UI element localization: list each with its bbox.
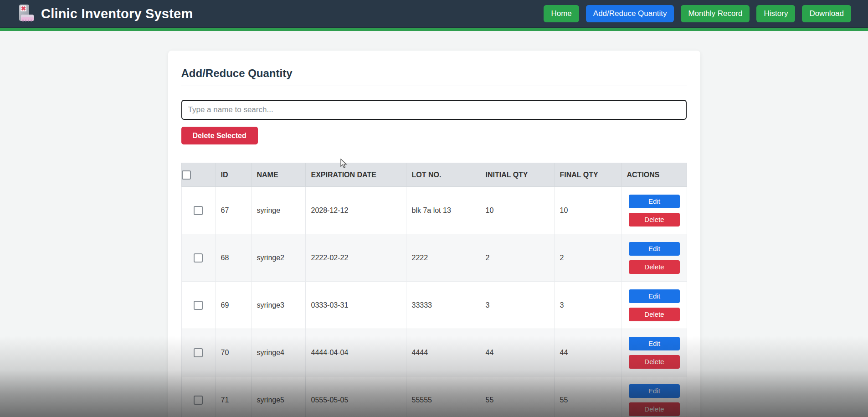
cell-expiration-date: 0333-03-31 bbox=[305, 282, 406, 329]
cell-actions: Edit Delete bbox=[621, 234, 687, 282]
navbar-accent-bar bbox=[0, 28, 868, 31]
cell-actions: Edit Delete bbox=[621, 376, 687, 417]
table-row: 68 syringe2 2222-02-22 2222 2 2 Edit Del… bbox=[181, 234, 687, 282]
nav-button-add-reduce-quantity[interactable]: Add/Reduce Quantity bbox=[586, 5, 674, 22]
row-checkbox-cell bbox=[181, 376, 215, 417]
nav-button-history[interactable]: History bbox=[756, 5, 795, 22]
row-checkbox-cell bbox=[181, 234, 215, 282]
cell-expiration-date: 4444-04-04 bbox=[305, 329, 406, 376]
actions-stack: Edit Delete bbox=[627, 289, 687, 321]
cell-expiration-date: 0555-05-05 bbox=[305, 376, 406, 417]
cell-final-qty: 44 bbox=[554, 329, 621, 376]
cell-name: syringe5 bbox=[251, 376, 305, 417]
row-checkbox[interactable] bbox=[194, 396, 203, 405]
table-header: ID NAME EXPIRATION DATE LOT NO. INITIAL … bbox=[181, 163, 687, 187]
cell-final-qty: 55 bbox=[554, 376, 621, 417]
delete-button[interactable]: Delete bbox=[629, 213, 680, 227]
delete-button[interactable]: Delete bbox=[629, 355, 680, 369]
nav-button-home[interactable]: Home bbox=[544, 5, 579, 22]
row-checkbox[interactable] bbox=[194, 253, 203, 263]
cell-name: syringe3 bbox=[251, 282, 305, 329]
cell-lot-no: 2222 bbox=[406, 234, 480, 282]
cell-actions: Edit Delete bbox=[621, 329, 687, 376]
row-checkbox-cell bbox=[181, 329, 215, 376]
cell-initial-qty: 2 bbox=[480, 234, 554, 282]
cell-initial-qty: 44 bbox=[480, 329, 554, 376]
cell-expiration-date: 2028-12-12 bbox=[305, 187, 406, 234]
cell-id: 70 bbox=[215, 329, 251, 376]
column-header-name: NAME bbox=[251, 163, 305, 187]
cell-name: syringe bbox=[251, 187, 305, 234]
column-header-final-qty: FINAL QTY bbox=[554, 163, 621, 187]
delete-button[interactable]: Delete bbox=[629, 308, 680, 321]
cell-final-qty: 2 bbox=[554, 234, 621, 282]
table-row: 71 syringe5 0555-05-05 55555 55 55 Edit … bbox=[181, 376, 687, 417]
row-checkbox[interactable] bbox=[194, 301, 203, 310]
cell-initial-qty: 10 bbox=[480, 187, 554, 234]
column-header-initial-qty: INITIAL QTY bbox=[480, 163, 554, 187]
edit-button[interactable]: Edit bbox=[629, 384, 680, 398]
cell-id: 67 bbox=[215, 187, 251, 234]
cell-lot-no: 33333 bbox=[406, 282, 480, 329]
cell-name: syringe2 bbox=[251, 234, 305, 282]
nav-links: Home Add/Reduce Quantity Monthly Record … bbox=[537, 5, 851, 22]
cell-lot-no: 4444 bbox=[406, 329, 480, 376]
delete-selected-button[interactable]: Delete Selected bbox=[181, 127, 258, 144]
column-header-lot-no: LOT NO. bbox=[406, 163, 480, 187]
cell-id: 71 bbox=[215, 376, 251, 417]
cell-id: 69 bbox=[215, 282, 251, 329]
nav-button-monthly-record[interactable]: Monthly Record bbox=[681, 5, 750, 22]
select-all-checkbox[interactable] bbox=[182, 170, 191, 180]
title-divider bbox=[181, 86, 687, 86]
cell-initial-qty: 55 bbox=[480, 376, 554, 417]
cell-actions: Edit Delete bbox=[621, 282, 687, 329]
edit-button[interactable]: Edit bbox=[629, 242, 680, 256]
cell-id: 68 bbox=[215, 234, 251, 282]
brand: Clinic Inventory System bbox=[17, 4, 193, 24]
cell-actions: Edit Delete bbox=[621, 187, 687, 234]
inventory-table: ID NAME EXPIRATION DATE LOT NO. INITIAL … bbox=[181, 163, 687, 417]
edit-button[interactable]: Edit bbox=[629, 195, 680, 208]
cell-initial-qty: 3 bbox=[480, 282, 554, 329]
cell-final-qty: 3 bbox=[554, 282, 621, 329]
table-body: 67 syringe 2028-12-12 blk 7a lot 13 10 1… bbox=[181, 187, 687, 417]
content-card: Add/Reduce Quantity Delete Selected ID N… bbox=[168, 51, 700, 417]
cell-final-qty: 10 bbox=[554, 187, 621, 234]
navbar: Clinic Inventory System Home Add/Reduce … bbox=[0, 0, 868, 28]
column-header-id: ID bbox=[215, 163, 251, 187]
actions-stack: Edit Delete bbox=[627, 337, 687, 369]
delete-button[interactable]: Delete bbox=[629, 402, 680, 416]
actions-stack: Edit Delete bbox=[627, 384, 687, 416]
table-row: 69 syringe3 0333-03-31 33333 3 3 Edit De… bbox=[181, 282, 687, 329]
search-input[interactable] bbox=[181, 100, 687, 120]
cell-lot-no: blk 7a lot 13 bbox=[406, 187, 480, 234]
nav-button-download[interactable]: Download bbox=[802, 5, 851, 22]
actions-stack: Edit Delete bbox=[627, 242, 687, 274]
cell-lot-no: 55555 bbox=[406, 376, 480, 417]
page-title: Add/Reduce Quantity bbox=[181, 67, 687, 80]
table-row: 67 syringe 2028-12-12 blk 7a lot 13 10 1… bbox=[181, 187, 687, 234]
edit-button[interactable]: Edit bbox=[629, 337, 680, 350]
cell-expiration-date: 2222-02-22 bbox=[305, 234, 406, 282]
row-checkbox-cell bbox=[181, 282, 215, 329]
row-checkbox[interactable] bbox=[194, 348, 203, 357]
table-row: 70 syringe4 4444-04-04 4444 44 44 Edit D… bbox=[181, 329, 687, 376]
column-header-expiration-date: EXPIRATION DATE bbox=[305, 163, 406, 187]
row-checkbox[interactable] bbox=[194, 206, 203, 215]
column-header-actions: ACTIONS bbox=[621, 163, 687, 187]
delete-button[interactable]: Delete bbox=[629, 260, 680, 274]
select-all-header-cell bbox=[181, 163, 215, 187]
cell-name: syringe4 bbox=[251, 329, 305, 376]
edit-button[interactable]: Edit bbox=[629, 289, 680, 303]
row-checkbox-cell bbox=[181, 187, 215, 234]
first-aid-kit-icon bbox=[17, 4, 35, 24]
app-title: Clinic Inventory System bbox=[41, 6, 193, 21]
actions-stack: Edit Delete bbox=[627, 195, 687, 227]
